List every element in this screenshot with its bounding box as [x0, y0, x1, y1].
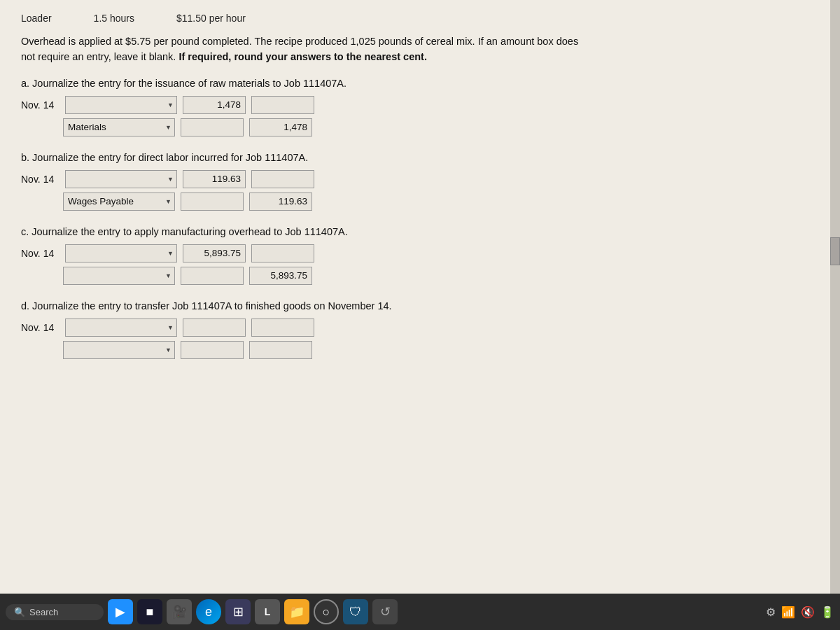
settings-icon[interactable]: ⚙	[766, 606, 776, 619]
taskbar-icon-file[interactable]: ■	[137, 599, 162, 624]
section-d-account1-wrapper[interactable]	[65, 318, 177, 337]
section-b: b. Journalize the entry for direct labor…	[21, 152, 819, 211]
search-label: Search	[29, 607, 58, 617]
section-a-credit2[interactable]	[249, 118, 312, 136]
section-b-date: Nov. 14	[21, 174, 59, 185]
section-d-debit1[interactable]	[183, 318, 246, 337]
taskbar-icon-play[interactable]: ▶	[108, 599, 133, 624]
section-b-label: b. Journalize the entry for direct labor…	[21, 152, 819, 163]
instructions-line2: not require an entry, leave it blank.	[21, 51, 176, 62]
hours-label: 1.5 hours	[94, 13, 134, 24]
volume-icon[interactable]: 🔇	[801, 606, 815, 619]
section-b-debit2[interactable]	[181, 192, 244, 211]
section-b-credit2[interactable]	[249, 192, 312, 211]
taskbar-icon-shield[interactable]: 🛡	[343, 599, 368, 624]
section-b-debit1[interactable]	[183, 170, 246, 188]
section-c-row1: Nov. 14	[21, 244, 819, 262]
section-c-account2-select[interactable]	[63, 267, 175, 285]
section-b-credit1[interactable]	[251, 170, 314, 188]
section-a: a. Journalize the entry for the issuance…	[21, 78, 819, 136]
section-d-account2-wrapper[interactable]	[63, 341, 175, 359]
section-c: c. Journalize the entry to apply manufac…	[21, 226, 819, 285]
section-c-account1-wrapper[interactable]	[65, 244, 177, 262]
scrollbar-thumb[interactable]	[830, 237, 840, 265]
section-d-row2	[63, 341, 819, 359]
section-d-credit2[interactable]	[249, 341, 312, 359]
section-d-date: Nov. 14	[21, 322, 59, 333]
section-b-account1-wrapper[interactable]	[65, 170, 177, 188]
taskbar-search[interactable]: 🔍 Search	[6, 604, 104, 620]
section-a-account2-wrapper[interactable]: Materials	[63, 118, 175, 136]
section-a-account1-select[interactable]	[65, 96, 177, 114]
section-a-debit1[interactable]	[183, 96, 246, 114]
taskbar: 🔍 Search ▶ ■ 🎥 e ⊞ L 📁 ○ 🛡 ↺ ⚙ 📶 🔇 🔋	[0, 594, 840, 630]
search-icon: 🔍	[14, 607, 25, 617]
section-d-row1: Nov. 14	[21, 318, 819, 337]
section-d-credit1[interactable]	[251, 318, 314, 337]
section-d-debit2[interactable]	[181, 341, 244, 359]
section-a-row1: Nov. 14	[21, 96, 819, 114]
section-a-account1-wrapper[interactable]	[65, 96, 177, 114]
taskbar-icon-edge[interactable]: e	[196, 599, 221, 624]
section-c-account2-wrapper[interactable]	[63, 267, 175, 285]
header-row: Loader 1.5 hours $11.50 per hour	[21, 13, 819, 24]
section-c-debit2[interactable]	[181, 267, 244, 285]
battery-icon: 🔋	[820, 606, 834, 619]
loader-label: Loader	[21, 13, 52, 24]
section-c-account1-select[interactable]	[65, 244, 177, 262]
instructions-line1: Overhead is applied at $5.75 per pound c…	[21, 36, 578, 47]
instructions-bold: If required, round your answers to the n…	[178, 51, 427, 62]
section-b-row1: Nov. 14	[21, 170, 819, 188]
section-a-row2: Materials	[63, 118, 819, 136]
section-c-debit1[interactable]	[183, 244, 246, 262]
section-b-account1-select[interactable]	[65, 170, 177, 188]
section-a-credit1[interactable]	[251, 96, 314, 114]
instructions-block: Overhead is applied at $5.75 per pound c…	[21, 34, 819, 65]
wifi-icon[interactable]: 📶	[781, 606, 795, 619]
section-a-date: Nov. 14	[21, 99, 59, 111]
section-d-account2-select[interactable]	[63, 341, 175, 359]
section-c-label: c. Journalize the entry to apply manufac…	[21, 226, 819, 237]
taskbar-icon-windows[interactable]: ⊞	[225, 599, 251, 624]
taskbar-icon-L[interactable]: L	[255, 599, 280, 624]
taskbar-icon-refresh[interactable]: ↺	[372, 599, 398, 624]
section-d-account1-select[interactable]	[65, 318, 177, 337]
section-d: d. Journalize the entry to transfer Job …	[21, 300, 819, 359]
section-c-credit2[interactable]	[249, 267, 312, 285]
section-a-label: a. Journalize the entry for the issuance…	[21, 78, 819, 89]
taskbar-system-tray: ⚙ 📶 🔇 🔋	[766, 606, 834, 619]
taskbar-icon-circle[interactable]: ○	[314, 599, 339, 624]
section-b-account2-wrapper[interactable]: Wages Payable	[63, 192, 175, 211]
taskbar-icon-camera[interactable]: 🎥	[167, 599, 192, 624]
section-a-account2-select[interactable]: Materials	[63, 118, 175, 136]
section-c-credit1[interactable]	[251, 244, 314, 262]
section-a-debit2[interactable]	[181, 118, 244, 136]
section-b-account2-select[interactable]: Wages Payable	[63, 192, 175, 211]
rate-label: $11.50 per hour	[176, 13, 246, 24]
section-d-label: d. Journalize the entry to transfer Job …	[21, 300, 819, 312]
section-c-date: Nov. 14	[21, 248, 59, 259]
section-c-row2	[63, 267, 819, 285]
scrollbar[interactable]	[830, 0, 840, 594]
taskbar-icon-folder[interactable]: 📁	[284, 599, 309, 624]
section-b-row2: Wages Payable	[63, 192, 819, 211]
